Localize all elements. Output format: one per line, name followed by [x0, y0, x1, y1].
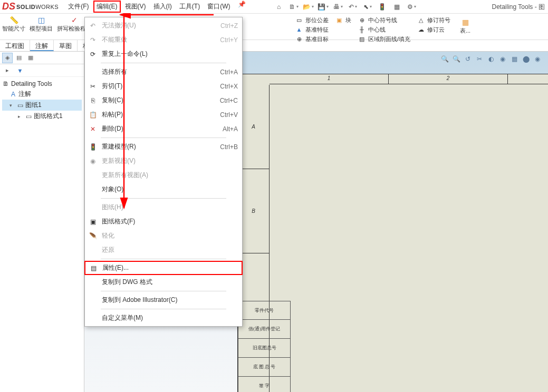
settings-button[interactable]: ⚙ — [405, 1, 419, 13]
undo-icon: ↶ — [87, 20, 99, 32]
view5-icon[interactable]: ◉ — [532, 54, 543, 64]
tree-format1[interactable]: ▸▭图纸格式1 — [2, 111, 82, 122]
solidworks-logo-icon: DS — [2, 1, 15, 12]
feature-manager-tab[interactable]: ◈ — [2, 53, 13, 63]
feature-tree-panel: ◈ ▤ ▦ ▸ ▼ 🗎Detailing Tools A注解 ▾▭图纸1 ▸▭图… — [0, 52, 84, 392]
menu-drawing-sheet: 图纸(H) — [85, 200, 242, 214]
menu-separator — [101, 63, 226, 63]
cut-icon: ✂ — [87, 81, 99, 92]
new-button[interactable]: 🗎 — [287, 1, 301, 13]
zoom-prev-icon[interactable]: ↺ — [463, 54, 473, 64]
sheet-ruler-top: 1 2 3 — [270, 74, 548, 84]
tree-annotations[interactable]: A注解 — [2, 89, 82, 100]
repeat-icon: ⟳ — [87, 48, 99, 60]
redo-icon: ↷ — [87, 34, 99, 46]
properties-icon: ▤ — [88, 262, 99, 274]
tb-sign-label: 签 字 — [238, 377, 291, 392]
feature-tree: 🗎Detailing Tools A注解 ▾▭图纸1 ▸▭图纸格式1 — [0, 77, 84, 124]
tb-borrow-label: 借(通)用件登记 — [238, 320, 291, 339]
rebuild-icon: 🚦 — [87, 141, 99, 153]
select-button[interactable]: ⬉ — [361, 1, 374, 13]
filter-icon[interactable]: ▼ — [15, 65, 25, 76]
print-button[interactable]: 🖶 — [331, 1, 345, 13]
menu-copy[interactable]: ⎘复制(C)Ctrl+C — [85, 93, 242, 107]
open-button[interactable]: 📂 — [302, 1, 315, 13]
menu-repeat[interactable]: ⟳重复上一命令(L) — [85, 47, 242, 61]
tables-button[interactable]: ▦表... — [457, 16, 474, 37]
view-toolbar: 🔍 🔍 ↺ ✂ ◐ ◉ ▦ ⬤ ◉ — [439, 54, 543, 64]
menu-paste[interactable]: 📋粘帖(P)Ctrl+V — [85, 107, 242, 122]
zoom-area-icon[interactable]: 🔍 — [451, 54, 462, 64]
menu-object[interactable]: 对象(O) — [85, 182, 242, 197]
property-manager-tab[interactable]: ▤ — [14, 53, 24, 63]
annotation-tools: ▭形位公差 ▲基准特征 ⊕基准目标 ▣块 ⊕中心符号线 ╫中心线 ▨区域剖面线/… — [291, 14, 478, 40]
menu-view[interactable]: 视图(V) — [122, 1, 149, 13]
config-manager-tab[interactable]: ▦ — [25, 53, 36, 63]
main-area: ◈ ▤ ▦ ▸ ▼ 🗎Detailing Tools A注解 ▾▭图纸1 ▸▭图… — [0, 52, 548, 392]
block-button[interactable]: ▣块 — [335, 16, 351, 24]
tree-root[interactable]: 🗎Detailing Tools — [2, 79, 82, 89]
menu-customize[interactable]: 自定义菜单(M) — [85, 311, 242, 325]
expand-icon[interactable]: ▸ — [2, 65, 13, 76]
tb-basenum-label: 底 图 总 号 — [238, 358, 291, 377]
view3-icon[interactable]: ▦ — [509, 54, 520, 64]
menu-sheet-format[interactable]: ▣图纸格式(F) — [85, 214, 242, 229]
menu-tools[interactable]: 工具(T) — [176, 1, 203, 13]
save-button[interactable]: 💾 — [316, 1, 330, 13]
tab-drawing[interactable]: 工程图 — [0, 40, 30, 51]
ribbon-toolbar: 📏智能尺寸 ◫模型项目 ✓拼写检验程序 🖌格式涂刷器 ▭形位公差 ▲基准特征 ⊕… — [0, 14, 548, 40]
view2-icon[interactable]: ◉ — [497, 54, 508, 64]
tb-oldnum-label: 旧底图总号 — [238, 339, 291, 358]
quick-access-toolbar: ⌂ 🗎 📂 💾 🖶 ↶ ⬉ 🚦 ▦ ⚙ — [272, 1, 419, 13]
title-block-left: 零件代号 借(通)用件登记 旧底图总号 底 图 总 号 签 字 — [238, 301, 291, 392]
ruler-col-1: 1 — [270, 74, 389, 84]
tab-sketch[interactable]: 草图 — [54, 40, 78, 51]
area-hatch-button[interactable]: ▨区域剖面线/填充 — [358, 35, 410, 43]
edit-menu-dropdown: ↶无法撤消(U)Ctrl+Z ↷不能重做Ctrl+Y ⟳重复上一命令(L) 选择… — [84, 17, 243, 327]
undo-button[interactable]: ↶ — [346, 1, 360, 13]
rev-symbol-button[interactable]: △修订符号 — [417, 16, 450, 24]
menu-copy-dwg[interactable]: 复制到 DWG 格式 — [85, 275, 242, 289]
menu-edit[interactable]: 编辑(E) — [93, 1, 121, 13]
model-items-button[interactable]: ◫模型项目 — [27, 14, 55, 40]
zoom-fit-icon[interactable]: 🔍 — [439, 54, 450, 64]
menubar: DS SOLIDWORKS 文件(F) 编辑(E) 视图(V) 插入(I) 工具… — [0, 0, 548, 14]
menu-rebuild[interactable]: 🚦重建模型(R)Ctrl+B — [85, 140, 242, 154]
window-title: Detailing Tools - 图 — [492, 3, 545, 12]
pin-icon[interactable]: 📌 — [238, 1, 246, 13]
menu-cut[interactable]: ✂剪切(T)Ctrl+X — [85, 79, 242, 93]
drawing-sheet[interactable]: 1 2 3 A B KST 鑫辰科技 KINGSTAR 零件代号 — [237, 74, 548, 392]
datum-feature-button[interactable]: ▲基准特征 — [295, 25, 329, 34]
centerline-button[interactable]: ╫中心线 — [358, 25, 410, 34]
section-icon[interactable]: ✂ — [474, 54, 485, 64]
menu-properties[interactable]: ▤属性(E)... — [84, 261, 243, 275]
geom-tol-button[interactable]: ▭形位公差 — [295, 16, 329, 24]
home-button[interactable]: ⌂ — [272, 1, 286, 13]
view4-icon[interactable]: ⬤ — [521, 54, 531, 64]
copy-icon: ⎘ — [87, 95, 99, 106]
app-logo: DS SOLIDWORKS — [2, 1, 59, 12]
menu-file[interactable]: 文件(F) — [65, 1, 92, 13]
menu-copy-ai[interactable]: 复制到 Adobe Illustrator(C) — [85, 293, 242, 307]
delete-icon: ✕ — [87, 123, 99, 135]
sheet-format-icon: ▣ — [87, 216, 99, 228]
menu-insert[interactable]: 插入(I) — [150, 1, 175, 13]
menu-delete[interactable]: ✕删除(D)Alt+A — [85, 122, 242, 136]
datum-target-button[interactable]: ⊕基准目标 — [295, 35, 329, 43]
layout-button[interactable]: ▦ — [390, 1, 404, 13]
menu-separator — [101, 291, 226, 291]
center-mark-button[interactable]: ⊕中心符号线 — [358, 16, 410, 24]
logo-text-thin: WORKS — [35, 4, 59, 10]
command-tabs: 工程图 注解 草图 标注 — [0, 40, 548, 52]
tree-sheet1[interactable]: ▾▭图纸1 — [2, 100, 82, 111]
menu-window[interactable]: 窗口(W) — [204, 1, 233, 13]
view1-icon[interactable]: ◐ — [486, 54, 496, 64]
lightweight-icon: 🪶 — [87, 230, 99, 242]
menu-restore: 还原 — [85, 243, 242, 257]
menu-select-all[interactable]: 选择所有Ctrl+A — [85, 65, 242, 79]
tab-annotate[interactable]: 注解 — [30, 40, 54, 51]
menu-undo: ↶无法撤消(U)Ctrl+Z — [85, 18, 242, 33]
traffic-light-icon[interactable]: 🚦 — [376, 1, 389, 13]
rev-cloud-button[interactable]: ☁修订云 — [417, 25, 450, 34]
smart-dimension-button[interactable]: 📏智能尺寸 — [0, 14, 27, 40]
